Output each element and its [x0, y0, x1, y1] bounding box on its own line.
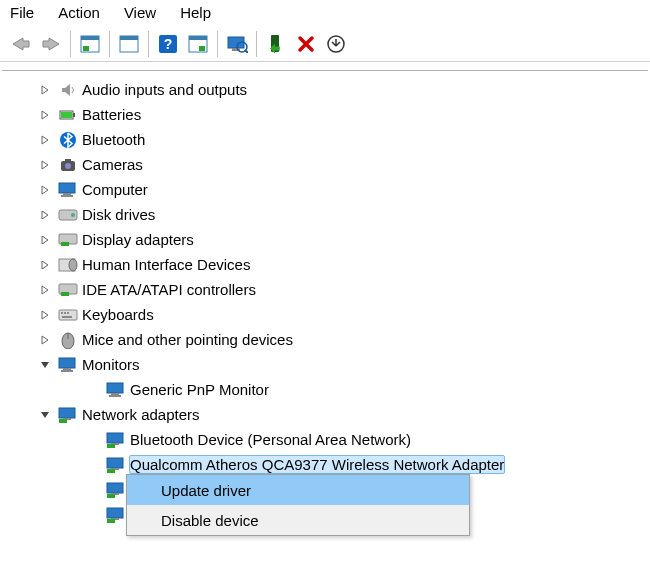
- svg-rect-46: [109, 395, 121, 397]
- mouse-icon: [58, 330, 78, 350]
- svg-rect-34: [59, 310, 77, 320]
- tree-item-cameras[interactable]: Cameras: [14, 152, 648, 177]
- tree-label: Generic PnP Monitor: [130, 381, 269, 398]
- svg-rect-1: [81, 36, 99, 40]
- toolbar-separator: [70, 31, 71, 57]
- menu-file[interactable]: File: [10, 4, 34, 21]
- svg-rect-37: [67, 312, 69, 314]
- forward-button[interactable]: [36, 29, 66, 59]
- tree-item-bt-device[interactable]: Bluetooth Device (Personal Area Network): [14, 427, 648, 452]
- enable-device-button[interactable]: [261, 29, 291, 59]
- tree-item-bluetooth[interactable]: Bluetooth: [14, 127, 648, 152]
- help-button[interactable]: ?: [153, 29, 183, 59]
- expand-icon[interactable]: [38, 258, 52, 272]
- tree-label: Keyboards: [82, 306, 154, 323]
- svg-rect-35: [61, 312, 63, 314]
- expand-icon[interactable]: [38, 158, 52, 172]
- context-disable-device[interactable]: Disable device: [127, 505, 469, 535]
- monitor-icon: [58, 355, 78, 375]
- keyboard-icon: [58, 305, 78, 325]
- tree-item-disk[interactable]: Disk drives: [14, 202, 648, 227]
- expand-icon[interactable]: [38, 183, 52, 197]
- context-update-driver[interactable]: Update driver: [127, 475, 469, 505]
- svg-point-31: [69, 259, 77, 271]
- tree-item-mice[interactable]: Mice and other pointing devices: [14, 327, 648, 352]
- svg-point-27: [71, 213, 75, 217]
- update-driver-button[interactable]: [321, 29, 351, 59]
- expand-icon[interactable]: [38, 83, 52, 97]
- expand-icon[interactable]: [38, 333, 52, 347]
- menu-help[interactable]: Help: [180, 4, 211, 21]
- network-icon: [58, 405, 78, 425]
- bluetooth-icon: [58, 130, 78, 150]
- tree-item-network-adapters[interactable]: Network adapters: [14, 402, 648, 427]
- svg-rect-33: [61, 292, 69, 296]
- svg-rect-25: [61, 195, 73, 197]
- svg-rect-22: [65, 159, 71, 162]
- tree-label: Disk drives: [82, 206, 155, 223]
- properties-button[interactable]: [114, 29, 144, 59]
- tree-label: IDE ATA/ATAPI controllers: [82, 281, 256, 298]
- collapse-icon[interactable]: [38, 358, 52, 372]
- svg-rect-38: [62, 316, 72, 318]
- toolbar-separator: [109, 31, 110, 57]
- network-icon: [106, 455, 126, 475]
- network-icon: [106, 430, 126, 450]
- expand-icon[interactable]: [38, 233, 52, 247]
- tree-item-monitors[interactable]: Monitors: [14, 352, 648, 377]
- collapse-icon[interactable]: [38, 408, 52, 422]
- tree-item-batteries[interactable]: Batteries: [14, 102, 648, 127]
- tree-label: Network adapters: [82, 406, 200, 423]
- expand-icon[interactable]: [38, 283, 52, 297]
- scan-hardware-button[interactable]: [222, 29, 252, 59]
- toolbar-separator: [217, 31, 218, 57]
- svg-rect-8: [189, 36, 207, 40]
- tree-label: Qualcomm Atheros QCA9377 Wireless Networ…: [130, 456, 504, 473]
- svg-rect-50: [107, 433, 123, 443]
- tree-item-audio[interactable]: Audio inputs and outputs: [14, 77, 648, 102]
- svg-rect-52: [107, 444, 115, 448]
- tree-label: Bluetooth Device (Personal Area Network): [130, 431, 411, 448]
- camera-icon: [58, 155, 78, 175]
- action-list-button[interactable]: [183, 29, 213, 59]
- tree-item-keyboards[interactable]: Keyboards: [14, 302, 648, 327]
- battery-icon: [58, 105, 78, 125]
- context-menu: Update driver Disable device: [126, 474, 470, 536]
- svg-rect-59: [107, 508, 123, 518]
- tree-label: Human Interface Devices: [82, 256, 250, 273]
- computer-icon: [58, 180, 78, 200]
- tree-item-ide[interactable]: IDE ATA/ATAPI controllers: [14, 277, 648, 302]
- menu-action[interactable]: Action: [58, 4, 100, 21]
- back-button[interactable]: [6, 29, 36, 59]
- svg-rect-55: [107, 469, 115, 473]
- svg-rect-53: [107, 458, 123, 468]
- svg-rect-17: [73, 113, 75, 117]
- svg-rect-36: [64, 312, 66, 314]
- display-adapter-icon: [58, 230, 78, 250]
- svg-rect-45: [111, 393, 119, 395]
- tree-item-display[interactable]: Display adapters: [14, 227, 648, 252]
- svg-text:?: ?: [164, 36, 173, 52]
- svg-rect-49: [59, 419, 67, 423]
- tree-item-hid[interactable]: Human Interface Devices: [14, 252, 648, 277]
- uninstall-device-button[interactable]: [291, 29, 321, 59]
- svg-rect-58: [107, 494, 115, 498]
- tree-label: Computer: [82, 181, 148, 198]
- expand-icon[interactable]: [38, 308, 52, 322]
- menu-view[interactable]: View: [124, 4, 156, 21]
- expand-icon[interactable]: [38, 108, 52, 122]
- expand-icon[interactable]: [38, 133, 52, 147]
- svg-line-13: [245, 50, 248, 53]
- audio-icon: [58, 80, 78, 100]
- svg-rect-29: [61, 242, 69, 246]
- toolbar-separator: [148, 31, 149, 57]
- tree-label: Cameras: [82, 156, 143, 173]
- tree-item-generic-monitor[interactable]: Generic PnP Monitor: [14, 377, 648, 402]
- svg-rect-2: [83, 46, 89, 51]
- svg-rect-23: [59, 183, 75, 193]
- expand-icon[interactable]: [38, 208, 52, 222]
- show-hide-tree-button[interactable]: [75, 29, 105, 59]
- svg-rect-43: [61, 370, 73, 372]
- tree-item-computer[interactable]: Computer: [14, 177, 648, 202]
- toolbar-separator: [256, 31, 257, 57]
